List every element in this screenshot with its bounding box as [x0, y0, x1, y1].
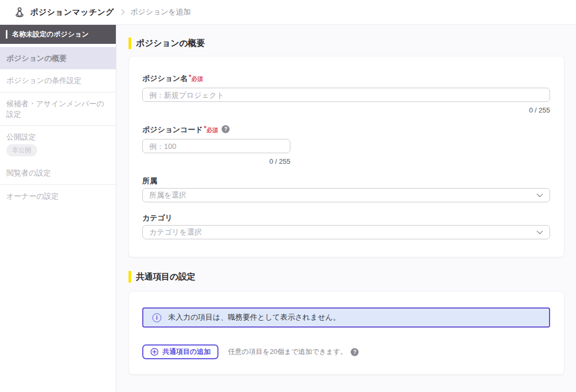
section-accent-bar: [129, 38, 131, 49]
plus-circle-icon: [150, 348, 159, 356]
sidebar-item-overview[interactable]: ポジションの概要: [0, 47, 116, 69]
department-select-placeholder: 所属を選択: [149, 191, 536, 200]
info-banner-text: 未入力の項目は、職務要件として表示されません。: [168, 313, 340, 322]
position-person-icon: [14, 6, 25, 18]
add-common-item-row: 共通項目の追加 任意の項目を20個まで追加できます。 ?: [142, 344, 550, 359]
breadcrumb-current: ポジションを追加: [131, 7, 191, 17]
overview-section-title-text: ポジションの概要: [136, 38, 205, 49]
app-title[interactable]: ポジションマッチング: [30, 7, 114, 17]
position-code-help-icon[interactable]: ?: [222, 125, 230, 133]
overview-section-title: ポジションの概要: [129, 38, 564, 49]
sidebar-title-label: 名称未設定のポジション: [12, 30, 89, 39]
required-label: 必須: [191, 76, 203, 82]
add-limit-help-icon[interactable]: ?: [351, 348, 359, 356]
main-panel: ポジションの概要 ポジション名 * 必須 0 / 255 ポジションコード * …: [116, 25, 576, 392]
add-common-item-button-label: 共通項目の追加: [162, 347, 211, 357]
sidebar-item-publish-settings[interactable]: 公開設定: [0, 126, 116, 144]
app-window: ポジションマッチング ポジションを追加 名称未設定のポジション ポジションの概要…: [0, 0, 576, 392]
common-items-card: i 未入力の項目は、職務要件として表示されません。 共通項目の追加 任意の項目を…: [129, 291, 564, 375]
chevron-down-icon: [536, 230, 543, 235]
position-name-input[interactable]: [142, 88, 550, 102]
info-icon: i: [152, 313, 161, 322]
add-limit-hint: 任意の項目を20個まで追加できます。: [228, 347, 347, 357]
sidebar: 名称未設定のポジション ポジションの概要 ポジションの条件設定 候補者・アサイン…: [0, 25, 116, 392]
chevron-down-icon: [536, 193, 543, 198]
category-select-placeholder: カテゴリを選択: [149, 228, 536, 237]
info-banner: i 未入力の項目は、職務要件として表示されません。: [142, 307, 550, 328]
topbar: ポジションマッチング ポジションを追加: [0, 0, 576, 25]
category-label: カテゴリ: [142, 213, 550, 222]
add-common-item-button[interactable]: 共通項目の追加: [142, 344, 218, 359]
sidebar-item-owner[interactable]: オーナーの設定: [0, 185, 116, 207]
common-items-section-title-text: 共通項目の設定: [136, 271, 195, 283]
private-status-badge: 非公開: [6, 144, 37, 156]
sidebar-item-candidates[interactable]: 候補者・アサインメンバーの設定: [0, 92, 116, 126]
department-select[interactable]: 所属を選択: [142, 188, 550, 202]
required-label: 必須: [206, 127, 218, 133]
breadcrumb-chevron-icon: [121, 8, 125, 16]
content: 名称未設定のポジション ポジションの概要 ポジションの条件設定 候補者・アサイン…: [0, 25, 576, 392]
common-items-section-title: 共通項目の設定: [129, 271, 564, 283]
position-name-label: ポジション名 * 必須: [142, 74, 550, 82]
position-code-counter: 0 / 255: [142, 157, 290, 166]
section-accent-bar: [129, 271, 131, 283]
department-label: 所属: [142, 176, 550, 185]
category-select[interactable]: カテゴリを選択: [142, 225, 550, 239]
sidebar-position-title: 名称未設定のポジション: [0, 25, 116, 44]
sidebar-title-bar: [6, 30, 7, 39]
sidebar-item-viewers[interactable]: 閲覧者の設定: [0, 162, 116, 184]
position-code-label: ポジションコード * 必須 ?: [142, 125, 550, 134]
position-name-counter: 0 / 255: [142, 106, 550, 115]
sidebar-item-conditions[interactable]: ポジションの条件設定: [0, 69, 116, 92]
overview-card: ポジション名 * 必須 0 / 255 ポジションコード * 必須 ? 0 / …: [129, 56, 564, 257]
position-code-input[interactable]: [142, 139, 290, 153]
